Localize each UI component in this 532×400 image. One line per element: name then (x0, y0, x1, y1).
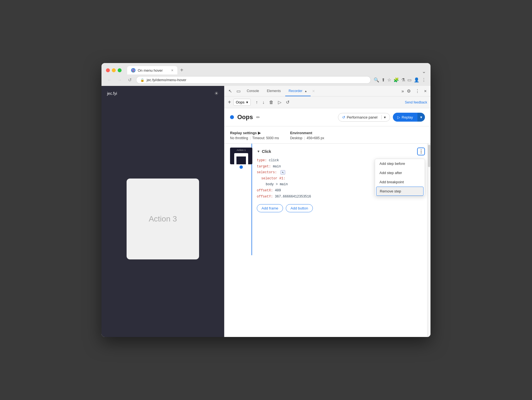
settings-separator: | (250, 136, 251, 140)
thumbnail-label: Action 1 (237, 149, 246, 151)
recording-name-heading: Oops (237, 114, 253, 121)
prop-offsetX-key: offsetX: (257, 189, 273, 192)
steps-wrapper: Action 1 ▼ (224, 144, 427, 255)
address-text: jec.fyi/demo/menu-hover (147, 78, 186, 82)
import-button[interactable]: ↓ (261, 98, 266, 106)
prop-type-key: type: (257, 158, 267, 162)
device-toolbar-icon[interactable]: ▭ (235, 87, 242, 95)
extensions-icon[interactable]: 🧩 (393, 77, 399, 83)
slow-replay-button[interactable]: ↺ (284, 98, 291, 106)
inspect-element-icon[interactable]: ↖ (227, 87, 234, 95)
action-card: Action 3 (127, 179, 199, 259)
profile-icon[interactable]: 👤 (414, 77, 419, 83)
throttling-value: No throttling (230, 136, 248, 140)
context-menu-item-add-breakpoint[interactable]: Add breakpoint (375, 177, 425, 187)
browser-tab[interactable]: 🔮 On menu hover × (127, 66, 177, 74)
recording-status-dot (230, 115, 234, 119)
bookmark-icon[interactable]: ☆ (387, 77, 391, 83)
more-menu-icon[interactable]: ⋮ (422, 77, 426, 83)
recorder-header-actions: ↺ Performance panel ▾ ▷ Replay ▾ (338, 113, 425, 122)
title-bar: 🔮 On menu hover × + ⌄ (101, 63, 431, 74)
send-feedback-link[interactable]: Send feedback (405, 100, 427, 104)
desktop-value: Desktop (290, 136, 302, 140)
replay-settings-title[interactable]: Replay settings ▶ (230, 131, 279, 135)
delete-recording-button[interactable]: 🗑 (267, 98, 275, 106)
context-menu: Add step before Add step after Add break… (375, 159, 425, 196)
context-menu-item-add-after[interactable]: Add step after (375, 168, 425, 177)
back-button[interactable]: ← (106, 76, 113, 84)
recording-name-dropdown-icon: ▾ (246, 100, 248, 104)
replay-button-group: ▷ Replay ▾ (393, 113, 425, 122)
export-button[interactable]: ↑ (254, 98, 260, 106)
tab-title: On menu hover (138, 68, 163, 73)
step-expand-icon[interactable]: ▼ (257, 150, 260, 153)
step-main: ▼ Click ⋮ Add step before (252, 144, 427, 255)
replay-label: Replay (402, 115, 413, 119)
prop-target-val: main (273, 165, 281, 168)
step-through-button[interactable]: ▷ (276, 98, 283, 106)
address-input[interactable]: 🔒 jec.fyi/demo/menu-hover (136, 76, 371, 84)
tab-recorder[interactable]: Recorder ▲ (285, 86, 311, 96)
step-header: ▼ Click ⋮ Add step before (257, 148, 425, 155)
env-separator: | (304, 136, 305, 140)
close-button[interactable] (106, 68, 110, 72)
edit-recording-name-button[interactable]: ✏ (256, 115, 260, 120)
prop-selector1-key: selector #1: (261, 177, 285, 180)
page-theme-toggle[interactable]: ☀ (214, 90, 219, 97)
timeline-dot (240, 165, 243, 169)
search-icon[interactable]: 🔍 (374, 77, 379, 83)
toolbar-separator: × (312, 89, 315, 94)
perf-panel-label: Performance panel (347, 115, 378, 119)
reload-button[interactable]: ↺ (126, 76, 133, 84)
replay-dropdown-button[interactable]: ▾ (417, 113, 425, 122)
timeline-column: Action 1 (230, 144, 252, 255)
tab-close-button[interactable]: × (171, 68, 173, 73)
prop-target-key: target: (257, 165, 271, 168)
scrollbar-track[interactable] (427, 144, 431, 337)
scrollbar-thumb[interactable] (428, 145, 430, 167)
recorder-toolbar-actions: ↑ ↓ 🗑 ▷ ↺ (254, 98, 291, 106)
recorder-indicator: ▲ (304, 90, 307, 93)
action-card-label: Action 3 (149, 215, 177, 223)
performance-panel-button[interactable]: ↺ Performance panel ▾ (338, 113, 390, 122)
step-type-label: Click (262, 149, 271, 154)
experiment-icon[interactable]: ⚗ (401, 77, 405, 83)
share-icon[interactable]: ⬆ (381, 77, 385, 83)
prop-type-val: click (269, 158, 279, 162)
environment-title: Environment (290, 131, 324, 135)
devtools-close-button[interactable]: × (422, 88, 428, 95)
step-menu-button[interactable]: ⋮ (417, 148, 425, 155)
add-recording-button[interactable]: + (228, 99, 231, 105)
context-menu-item-remove-step[interactable]: Remove step (376, 187, 424, 196)
tab-elements[interactable]: Elements (263, 86, 284, 96)
replay-icon: ▷ (397, 115, 400, 119)
forward-button[interactable]: → (116, 76, 123, 84)
window-minimize-icon[interactable]: ⌄ (422, 68, 426, 74)
step-thumbnail: Action 1 (230, 148, 252, 164)
new-tab-button[interactable]: + (177, 66, 186, 74)
environment-group: Environment Desktop | 456×685 px (290, 131, 324, 140)
more-options-icon[interactable]: ⋮ (413, 87, 421, 95)
selector-cursor-icon: ↖ (280, 170, 285, 175)
devtools-toolbar: ↖ ▭ Console Elements Recorder ▲ × » ⚙ ⋮ … (224, 86, 431, 97)
add-frame-button[interactable]: Add frame (257, 204, 283, 212)
steps-area[interactable]: Action 1 ▼ (224, 144, 431, 337)
tab-console[interactable]: Console (243, 86, 262, 96)
add-button-button[interactable]: Add button (286, 204, 313, 212)
tab-favicon: 🔮 (131, 68, 136, 73)
page-domain-label: jec.fyi (107, 91, 117, 96)
minimize-button[interactable] (112, 68, 116, 72)
settings-gear-icon[interactable]: ⚙ (405, 87, 412, 95)
sidebar-icon[interactable]: ▭ (407, 77, 412, 83)
perf-panel-dropdown-icon[interactable]: ▾ (381, 115, 386, 119)
step-menu-container: ⋮ Add step before Add step after (417, 148, 425, 155)
context-menu-item-add-before[interactable]: Add step before (375, 159, 425, 168)
step-block: Action 1 ▼ (230, 144, 427, 255)
more-tabs-button[interactable]: » (402, 89, 404, 94)
recording-name-selector[interactable]: Oops ▾ (233, 99, 251, 106)
maximize-button[interactable] (118, 68, 122, 72)
replay-settings-label: Replay settings (230, 131, 257, 135)
page-content: Action 3 (101, 101, 224, 337)
replay-button[interactable]: ▷ Replay (393, 113, 417, 122)
tabs-bar: 🔮 On menu hover × + ⌄ (127, 66, 426, 74)
